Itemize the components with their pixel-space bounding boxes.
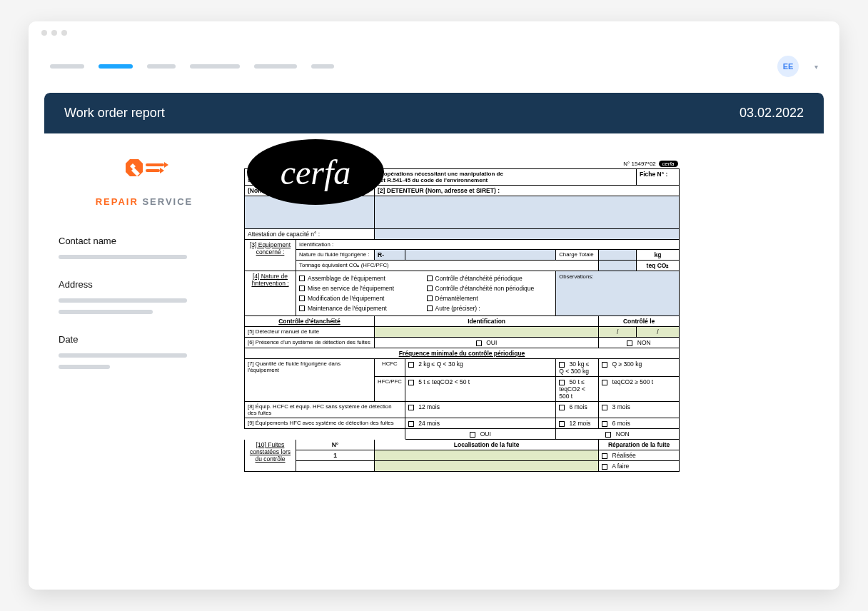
- form-rep-col: Réparation de la fuite: [599, 440, 680, 450]
- form-fluid-field[interactable]: [405, 250, 555, 261]
- non-label: NON: [616, 430, 630, 438]
- checkbox[interactable]: [559, 405, 565, 410]
- chk-label: Maintenance de l'équipement: [308, 305, 387, 312]
- form-detentor-field[interactable]: [375, 196, 680, 229]
- real-label: Réalisée: [612, 452, 636, 459]
- checkbox[interactable]: [408, 421, 414, 427]
- form-row5-ident[interactable]: [375, 327, 599, 338]
- svg-rect-1: [146, 169, 160, 172]
- form-doc-number: N° 15497*02: [623, 161, 655, 167]
- checkbox[interactable]: [299, 276, 305, 281]
- m-label: 24 mois: [418, 420, 440, 427]
- placeholder-line: [59, 298, 187, 303]
- nav-item[interactable]: [190, 64, 240, 69]
- content-area: Work order report 03.02.2022: [29, 93, 839, 590]
- chk-label: Contrôle d'étanchéité périodique: [435, 275, 523, 282]
- form-charge-field[interactable]: [599, 250, 637, 261]
- checkbox[interactable]: [602, 362, 607, 368]
- nav-item[interactable]: [254, 64, 297, 69]
- m-label: 12 mois: [418, 403, 440, 410]
- form-row6: [6] Présence d'un système de détection d…: [245, 338, 375, 348]
- window-dot: [51, 30, 57, 36]
- form-col-a: Contrôle d'étanchéité: [245, 316, 375, 327]
- checkbox[interactable]: [602, 464, 607, 470]
- checkbox[interactable]: [299, 306, 305, 311]
- form-detentor-label: [2] DETENTEUR (Nom, adresse et SIRET) :: [375, 186, 680, 196]
- checkbox[interactable]: [602, 380, 607, 385]
- checkbox-non[interactable]: [627, 340, 632, 346]
- field-date: Date: [59, 334, 230, 369]
- card-title: Work order report: [64, 106, 165, 121]
- form-row5: [5] Détecteur manuel de fuite: [245, 327, 375, 338]
- nav-item[interactable]: [311, 64, 334, 69]
- app-window: EE ▾ Work order report 03.02.2022: [29, 21, 839, 590]
- form-teq-unit: teq CO₂: [637, 261, 680, 271]
- form-attestation-label: Attestation de capacité n° :: [245, 229, 375, 240]
- checkbox-oui[interactable]: [470, 432, 475, 438]
- form-hcfc: HCFC: [375, 359, 405, 377]
- checkbox[interactable]: [559, 380, 565, 385]
- form-col-b: Identification: [375, 316, 599, 327]
- window-titlebar: [29, 21, 839, 44]
- placeholder-line: [59, 255, 187, 259]
- chk-label: Mise en service de l'équipement: [308, 285, 394, 292]
- checkbox[interactable]: [408, 405, 414, 410]
- oui-label: OUI: [486, 339, 497, 346]
- field-address: Address: [59, 279, 230, 314]
- form-attestation-field[interactable]: [375, 229, 680, 240]
- checkbox[interactable]: [559, 421, 565, 427]
- form-row7: [7] Quantité de fluide frigorigène dans …: [245, 359, 375, 402]
- form-row5-date[interactable]: /: [599, 327, 637, 338]
- chk-label: Assemblage de l'équipement: [308, 275, 385, 282]
- leak-loc-field[interactable]: [375, 461, 599, 472]
- checkbox[interactable]: [299, 296, 305, 301]
- user-avatar[interactable]: EE: [777, 56, 799, 77]
- checkbox[interactable]: [427, 306, 433, 311]
- svg-rect-0: [146, 163, 164, 166]
- sidebar: REPAIR SERVICE Contact name Address Date: [44, 133, 244, 574]
- checkbox[interactable]: [408, 362, 414, 368]
- form-row8: [8] Équip. HCFC et équip. HFC sans systè…: [245, 402, 405, 418]
- form-sec3-label: [3] Equipement concerné :: [245, 240, 296, 271]
- form-row5-date2[interactable]: /: [637, 327, 680, 338]
- checkbox[interactable]: [602, 421, 607, 427]
- placeholder-line: [59, 310, 153, 314]
- chk-label: Contrôle d'étanchéité non périodique: [435, 285, 535, 292]
- logo-text-service: SERVICE: [142, 196, 193, 207]
- checkbox[interactable]: [427, 276, 433, 281]
- toolbar: EE ▾: [29, 44, 839, 93]
- oui-label: OUI: [480, 430, 491, 438]
- form-sec10-label: [10] Fuites constatées lors du contrôle: [245, 440, 296, 472]
- nav-item[interactable]: [147, 64, 176, 69]
- form-freq-header: Fréquence minimale du contrôle périodiqu…: [245, 348, 680, 359]
- checkbox[interactable]: [427, 286, 433, 291]
- logo-text-repair: REPAIR: [96, 196, 143, 207]
- checkbox[interactable]: [602, 453, 607, 459]
- leak-loc-field[interactable]: [375, 450, 599, 461]
- company-logo: REPAIR SERVICE: [59, 153, 230, 207]
- checkbox[interactable]: [559, 362, 565, 368]
- field-label: Address: [59, 279, 230, 290]
- nav-tabs: [50, 64, 334, 69]
- checkbox[interactable]: [299, 286, 305, 291]
- checkbox[interactable]: [408, 380, 414, 385]
- field-label: Date: [59, 334, 230, 345]
- form-tonnage-label: Tonnage équivalent CO₂ (HFC/PFC): [299, 262, 389, 268]
- form-ident-label: Identification :: [299, 241, 333, 248]
- non-label: NON: [637, 339, 651, 346]
- q-label: teqCO2 ≥ 500 t: [612, 378, 654, 385]
- afaire-label: A faire: [612, 463, 629, 470]
- nav-item-active[interactable]: [99, 64, 133, 69]
- leak-row-num: 1: [296, 450, 375, 461]
- checkbox[interactable]: [427, 296, 433, 301]
- chevron-down-icon[interactable]: ▾: [814, 63, 818, 71]
- m-label: 6 mois: [612, 420, 630, 427]
- nav-item[interactable]: [50, 64, 84, 69]
- checkbox-non[interactable]: [605, 432, 611, 438]
- window-dot: [41, 30, 47, 36]
- checkbox-oui[interactable]: [476, 340, 482, 346]
- form-tonnage-field[interactable]: [599, 261, 637, 271]
- form-r-prefix: R-: [375, 250, 405, 261]
- card-header: Work order report 03.02.2022: [44, 93, 824, 133]
- checkbox[interactable]: [602, 405, 607, 410]
